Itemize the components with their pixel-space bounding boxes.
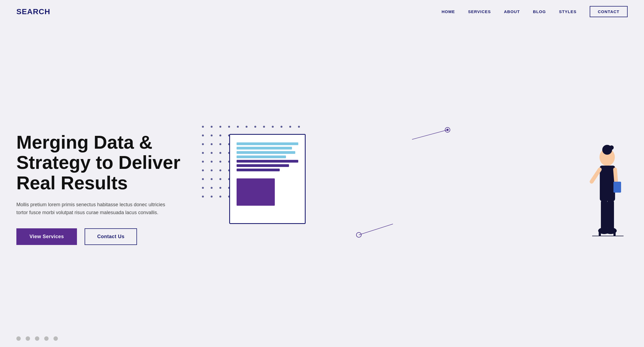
- page-dot-5[interactable]: [53, 336, 58, 341]
- dot-decoration: [228, 126, 230, 128]
- dot-decoration: [211, 126, 213, 128]
- page-dot-4[interactable]: [44, 336, 49, 341]
- hero-title: Merging Data & Strategy to Deliver Real …: [16, 132, 186, 193]
- hero-description: Mollis pretium lorem primis senectus hab…: [16, 201, 175, 217]
- svg-rect-13: [601, 200, 607, 230]
- svg-line-11: [615, 169, 616, 183]
- svg-point-4: [356, 232, 361, 237]
- doc-line-3: [237, 151, 295, 154]
- nav-blog[interactable]: BLOG: [533, 9, 546, 14]
- nav-contact-button[interactable]: CONTACT: [590, 6, 628, 17]
- dot-decoration: [219, 187, 221, 189]
- dot-decoration: [211, 152, 213, 154]
- svg-rect-9: [600, 166, 615, 201]
- doc-rectangle: [237, 178, 275, 206]
- page-dot-2[interactable]: [26, 336, 30, 341]
- dot-decoration: [219, 134, 221, 136]
- nav-services[interactable]: SERVICES: [468, 9, 491, 14]
- dot-decoration: [263, 126, 265, 128]
- svg-line-3: [359, 224, 393, 235]
- dot-decoration: [211, 187, 213, 189]
- dot-decoration: [211, 196, 213, 198]
- dot-decoration: [211, 169, 213, 171]
- dot-decoration: [202, 126, 204, 128]
- dot-decoration: [211, 134, 213, 136]
- svg-point-5: [358, 234, 360, 236]
- dot-decoration: [272, 126, 274, 128]
- dot-decoration: [219, 178, 221, 180]
- dot-decoration: [202, 169, 204, 171]
- svg-point-8: [609, 145, 614, 150]
- page-dot-1[interactable]: [16, 336, 21, 341]
- dot-decoration: [202, 143, 204, 145]
- dot-decoration: [202, 161, 204, 163]
- person-figure: [576, 139, 625, 254]
- dot-decoration: [246, 126, 248, 128]
- svg-line-0: [412, 130, 448, 139]
- main-nav: HOME SERVICES ABOUT BLOG STYLES CONTACT: [442, 6, 628, 17]
- dot-decoration: [202, 196, 204, 198]
- doc-line-7: [237, 169, 280, 171]
- dot-decoration: [202, 187, 204, 189]
- hero-content: Merging Data & Strategy to Deliver Real …: [16, 132, 186, 245]
- contact-us-button[interactable]: Contact Us: [85, 228, 137, 245]
- doc-line-2: [237, 147, 292, 149]
- dot-decoration: [298, 126, 300, 128]
- dot-decoration: [219, 126, 221, 128]
- svg-rect-14: [607, 200, 614, 230]
- nav-styles[interactable]: STYLES: [559, 9, 576, 14]
- dot-decoration: [211, 161, 213, 163]
- svg-rect-17: [599, 231, 601, 236]
- doc-line-6: [237, 164, 289, 167]
- hero-section: Merging Data & Strategy to Deliver Real …: [0, 23, 644, 347]
- svg-rect-12: [613, 182, 621, 193]
- dot-decoration: [211, 178, 213, 180]
- dot-decoration: [211, 143, 213, 145]
- doc-line-5: [237, 160, 298, 163]
- svg-point-1: [445, 127, 450, 132]
- dot-decoration: [237, 126, 239, 128]
- dot-decoration: [254, 126, 256, 128]
- doc-line-1: [237, 142, 298, 145]
- svg-rect-18: [613, 231, 616, 236]
- page-dot-3[interactable]: [35, 336, 39, 341]
- dot-decoration: [219, 196, 221, 198]
- view-services-button[interactable]: View Services: [16, 228, 77, 245]
- dot-decoration: [219, 161, 221, 163]
- dot-decoration: [281, 126, 282, 128]
- dot-decoration: [219, 152, 221, 154]
- svg-point-2: [446, 129, 449, 131]
- dot-decoration: [202, 178, 204, 180]
- svg-line-10: [592, 169, 600, 182]
- nav-about[interactable]: ABOUT: [504, 9, 520, 14]
- document-card: [229, 134, 306, 224]
- nav-home[interactable]: HOME: [442, 9, 455, 14]
- site-header: SEARCH HOME SERVICES ABOUT BLOG STYLES C…: [0, 0, 644, 23]
- dot-decoration: [202, 134, 204, 136]
- dot-decoration: [219, 143, 221, 145]
- dot-decoration: [219, 169, 221, 171]
- hero-buttons: View Services Contact Us: [16, 228, 186, 245]
- site-logo[interactable]: SEARCH: [16, 7, 50, 16]
- pagination-dots: [16, 336, 58, 341]
- doc-lines-top: [237, 142, 298, 171]
- doc-line-4: [237, 155, 286, 158]
- dot-decoration: [202, 152, 204, 154]
- hero-illustration: const dotGrid = document.querySelector('…: [186, 118, 628, 259]
- dot-decoration: [289, 126, 291, 128]
